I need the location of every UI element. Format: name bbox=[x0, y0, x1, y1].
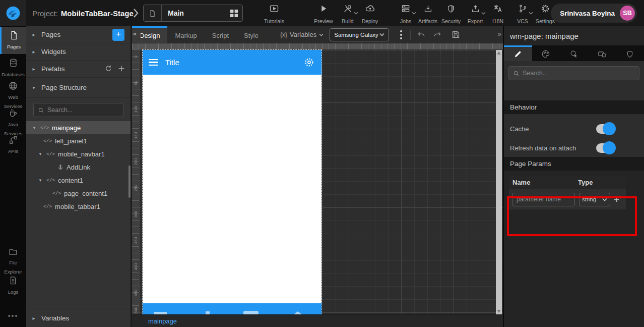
page-params-section: Name Type string + bbox=[504, 171, 644, 327]
play-icon bbox=[319, 3, 328, 14]
add-prefab-icon[interactable] bbox=[117, 65, 125, 73]
deploy-button[interactable]: Deploy bbox=[357, 3, 383, 24]
open-page-tab[interactable]: mainpage bbox=[148, 317, 177, 325]
tab-style[interactable]: Style bbox=[236, 26, 266, 43]
caret-right-icon: ▸ bbox=[26, 315, 41, 321]
tutorials-button[interactable]: Tutorials bbox=[261, 3, 287, 24]
section-header-widgets[interactable]: ▸ Widgets bbox=[26, 43, 131, 61]
gear-icon bbox=[540, 3, 550, 14]
param-name-input[interactable] bbox=[512, 193, 575, 206]
tree-item-mainpage[interactable]: ▾ </> mainpage bbox=[26, 121, 131, 134]
refresh-icon[interactable] bbox=[104, 65, 112, 73]
navbar-title: Title bbox=[165, 58, 179, 67]
code-icon: </> bbox=[43, 204, 52, 209]
caret-down-icon[interactable]: ▾ bbox=[37, 151, 43, 156]
sidebar-item-file-explorer[interactable]: File Explorer bbox=[0, 247, 26, 276]
project-name: MobileTabBar-Stage bbox=[61, 9, 134, 18]
properties-search[interactable] bbox=[508, 66, 639, 80]
hamburger-menu-icon[interactable] bbox=[149, 59, 158, 66]
sidebar-item-apis[interactable]: APIs bbox=[0, 135, 26, 155]
param-type-select[interactable]: string bbox=[579, 193, 610, 206]
shield-icon bbox=[446, 3, 456, 14]
tree-item-addlink[interactable]: AddLink bbox=[26, 160, 131, 174]
app-logo[interactable] bbox=[0, 0, 26, 26]
more-options-button[interactable]: ••• bbox=[0, 312, 26, 320]
i18n-button[interactable]: I18N bbox=[485, 3, 511, 24]
tab-properties[interactable] bbox=[504, 45, 532, 61]
preview-button[interactable]: Preview bbox=[310, 3, 337, 24]
caret-down-icon[interactable]: ▾ bbox=[37, 178, 43, 183]
redo-button[interactable] bbox=[432, 30, 442, 39]
page-structure-tree: ▾ </> mainpage </> left_panel1 ▾ </> mob… bbox=[26, 121, 131, 213]
chevron-down-icon bbox=[319, 33, 324, 36]
palette-icon bbox=[541, 49, 550, 59]
artifacts-button[interactable]: Artifacts bbox=[415, 3, 441, 24]
mobile-navbar-widget[interactable]: Title bbox=[143, 50, 321, 75]
cursor-magnifier-icon bbox=[569, 49, 578, 59]
tree-item-content1[interactable]: ▾ </> content1 bbox=[26, 174, 131, 187]
editor-area: « Design Markup Script Style {x} Variabl… bbox=[132, 26, 503, 327]
scroll-up-icon[interactable] bbox=[497, 51, 501, 54]
caret-right-icon: ▸ bbox=[26, 32, 41, 37]
section-header-behavior[interactable]: Behavior bbox=[504, 100, 644, 114]
section-header-page-params[interactable]: Page Params bbox=[504, 157, 644, 171]
section-header-variables[interactable]: ▸ Variables bbox=[26, 309, 131, 327]
ruler-horizontal bbox=[132, 43, 503, 49]
caret-down-icon: ▾ bbox=[26, 85, 41, 90]
refresh-data-toggle[interactable] bbox=[596, 143, 615, 153]
tab-script[interactable]: Script bbox=[205, 26, 236, 43]
page-structure-search[interactable] bbox=[33, 103, 123, 117]
section-header-pages[interactable]: ▸ Pages + bbox=[26, 26, 131, 43]
tab-devices[interactable] bbox=[588, 45, 616, 61]
search-input[interactable] bbox=[47, 106, 119, 114]
tree-scrollbar[interactable] bbox=[128, 166, 131, 198]
search-input[interactable] bbox=[523, 70, 635, 77]
user-menu[interactable]: Srinivasa Boyina SB bbox=[551, 4, 637, 23]
expand-right-panel-button[interactable]: » bbox=[497, 30, 501, 38]
inspector-tabs bbox=[504, 45, 644, 61]
search-icon bbox=[513, 70, 520, 77]
tree-item-left-panel1[interactable]: </> left_panel1 bbox=[26, 134, 131, 147]
caret-right-icon: ▸ bbox=[26, 49, 41, 54]
security-button[interactable]: Security bbox=[438, 3, 464, 24]
wavemaker-logo-icon bbox=[5, 5, 21, 21]
tree-item-page-content1[interactable]: </> page_content1 bbox=[26, 187, 131, 200]
cache-toggle[interactable] bbox=[596, 124, 615, 134]
mobile-tabbar-widget[interactable] bbox=[143, 303, 321, 314]
navbar-gear-icon[interactable] bbox=[304, 57, 314, 68]
scroll-down-icon[interactable] bbox=[497, 310, 501, 313]
tab-events[interactable] bbox=[560, 45, 588, 61]
top-bar: Project: MobileTabBar-Stage Main Tutoria… bbox=[0, 0, 644, 26]
add-param-button[interactable]: + bbox=[614, 195, 619, 204]
grid-view-icon[interactable] bbox=[225, 10, 242, 17]
caret-down-icon[interactable]: ▾ bbox=[31, 125, 37, 130]
tab-styles[interactable] bbox=[532, 45, 560, 61]
sidebar-item-java-services[interactable]: Java Services bbox=[0, 108, 26, 137]
add-page-button[interactable]: + bbox=[112, 29, 124, 41]
tree-item-mobile-tabbar1[interactable]: </> mobile_tabbar1 bbox=[26, 200, 131, 213]
section-header-page-structure[interactable]: ▾ Page Structure bbox=[26, 78, 131, 98]
sidebar-item-web-services[interactable]: Web Services bbox=[0, 81, 26, 110]
sidebar-item-databases[interactable]: Databases bbox=[0, 58, 26, 78]
anchor-icon bbox=[57, 164, 63, 171]
page-selector[interactable]: Main bbox=[143, 5, 243, 22]
variables-button[interactable]: {x} Variables bbox=[280, 26, 324, 43]
shield-icon bbox=[626, 50, 634, 59]
upload-icon bbox=[471, 3, 480, 14]
property-row-cache: Cache bbox=[510, 119, 637, 138]
canvas-scrollbar[interactable] bbox=[496, 50, 502, 314]
undo-button[interactable] bbox=[417, 30, 426, 39]
nodes-icon bbox=[0, 135, 26, 145]
device-selector[interactable]: Samsung Galaxy Note III bbox=[330, 28, 389, 41]
sidebar-item-pages[interactable]: Pages bbox=[0, 27, 26, 54]
sidebar-item-logs[interactable]: Logs bbox=[0, 276, 26, 296]
explorer-panel: ▸ Pages + ▸ Widgets ▸ Prefabs ▾ Page Str… bbox=[26, 26, 132, 327]
more-menu-button[interactable] bbox=[397, 28, 405, 41]
tree-item-mobile-navbar1[interactable]: ▾ </> mobile_navbar1 bbox=[26, 147, 131, 160]
param-row: string + bbox=[509, 189, 626, 209]
save-button[interactable] bbox=[451, 30, 461, 39]
section-header-prefabs[interactable]: ▸ Prefabs bbox=[26, 61, 131, 78]
tab-security[interactable] bbox=[616, 45, 644, 61]
tab-markup[interactable]: Markup bbox=[167, 26, 204, 43]
download-icon bbox=[423, 3, 433, 14]
